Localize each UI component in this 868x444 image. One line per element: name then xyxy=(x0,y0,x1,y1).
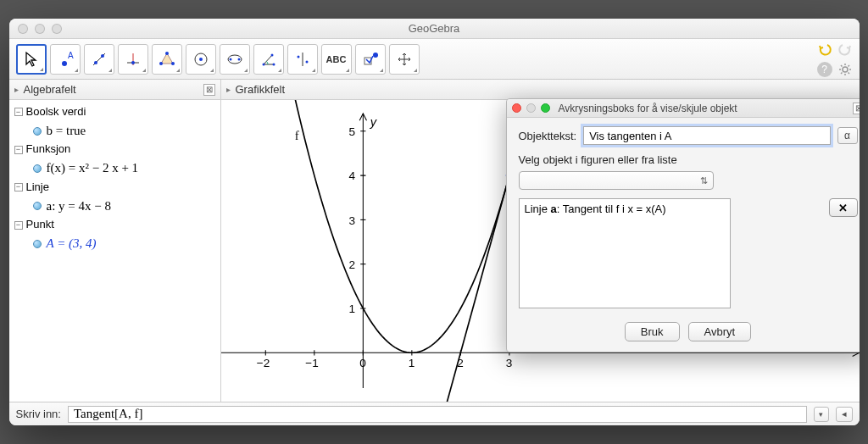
algebra-category[interactable]: −Boolsk verdi xyxy=(14,103,215,121)
graphics-title: Grafikkfelt xyxy=(236,83,286,96)
svg-point-7 xyxy=(131,61,135,64)
collapse-icon: ▸ xyxy=(14,85,19,94)
point-icon: A xyxy=(57,51,74,68)
tool-move[interactable] xyxy=(16,44,47,75)
tool-perpendicular[interactable] xyxy=(118,44,148,75)
dialog-minimize[interactable] xyxy=(526,103,536,113)
object-select[interactable]: ⇅ xyxy=(519,171,714,190)
toolbar: A ABC xyxy=(9,39,860,80)
angle-icon xyxy=(260,51,277,68)
collapse-icon: ▸ xyxy=(226,85,231,94)
algebra-item[interactable]: b = true xyxy=(14,121,215,142)
dialog-title-text: Avkrysningsboks for å vise/skjule objekt xyxy=(559,103,737,114)
svg-point-3 xyxy=(94,61,97,64)
line-icon xyxy=(91,51,108,68)
dialog-close-x[interactable]: ⊠ xyxy=(853,103,860,114)
graphics-header[interactable]: ▸ Grafikkfelt xyxy=(221,80,860,100)
dialog-close[interactable] xyxy=(512,103,521,113)
tool-reflect[interactable] xyxy=(287,44,318,75)
svg-text:−1: −1 xyxy=(305,357,318,369)
svg-text:0: 0 xyxy=(359,357,366,369)
svg-line-30 xyxy=(841,65,843,67)
svg-point-11 xyxy=(159,62,163,65)
input-bar: Skriv inn: ▾ ◂ xyxy=(9,402,860,425)
object-list[interactable]: Linje a: Tangent til f i x = x(A) xyxy=(519,198,731,308)
select-label: Velg objekt i figuren eller fra liste xyxy=(519,153,858,166)
input-history[interactable]: ▾ xyxy=(814,407,829,422)
algebra-title: Algebrafelt xyxy=(24,83,76,96)
svg-text:3: 3 xyxy=(348,214,355,227)
settings-icon[interactable] xyxy=(837,62,853,77)
slider-icon xyxy=(362,51,379,68)
algebra-header[interactable]: ▸ Algebrafelt ⊠ xyxy=(9,80,220,100)
app-window: GeoGebra A xyxy=(9,19,860,425)
tool-line[interactable] xyxy=(84,44,114,75)
svg-line-32 xyxy=(841,72,843,74)
svg-line-33 xyxy=(848,65,849,67)
cursor-icon xyxy=(23,51,40,68)
svg-text:−2: −2 xyxy=(256,357,269,369)
traffic-close[interactable] xyxy=(18,24,28,34)
svg-text:A: A xyxy=(68,51,74,60)
svg-point-4 xyxy=(101,54,104,58)
input-label: Skriv inn: xyxy=(16,408,61,420)
traffic-zoom[interactable] xyxy=(52,24,62,34)
help-icon[interactable]: ? xyxy=(817,62,832,77)
svg-line-31 xyxy=(848,72,849,74)
reflect-icon xyxy=(294,51,311,68)
input-help[interactable]: ◂ xyxy=(836,407,853,422)
algebra-item[interactable]: f(x) = x² − 2 x + 1 xyxy=(14,158,215,179)
svg-text:y: y xyxy=(369,115,377,129)
tool-angle[interactable] xyxy=(253,44,284,75)
svg-text:f: f xyxy=(294,129,298,142)
tool-ellipse[interactable] xyxy=(220,44,250,75)
dialog-titlebar[interactable]: Avkrysningsboks for å vise/skjule objekt… xyxy=(507,99,860,118)
remove-button[interactable]: ✕ xyxy=(829,198,858,217)
redo-icon[interactable] xyxy=(837,42,853,57)
tool-point[interactable]: A xyxy=(50,44,81,75)
algebra-list: −Boolsk verdib = true−Funksjonf(x) = x² … xyxy=(9,100,220,258)
svg-point-19 xyxy=(270,53,273,56)
dialog-zoom[interactable] xyxy=(541,103,550,113)
svg-point-0 xyxy=(62,61,67,66)
circle-icon xyxy=(192,51,209,68)
checkbox-dialog: Avkrysningsboks for å vise/skjule objekt… xyxy=(506,98,860,352)
tool-move-view[interactable] xyxy=(389,44,420,75)
close-algebra[interactable]: ⊠ xyxy=(203,84,215,96)
traffic-minimize[interactable] xyxy=(35,24,45,34)
command-input[interactable] xyxy=(68,406,807,423)
algebra-category[interactable]: −Funksjon xyxy=(14,141,215,158)
perpendicular-icon xyxy=(125,51,142,68)
algebra-panel: ▸ Algebrafelt ⊠ −Boolsk verdib = true−Fu… xyxy=(9,80,221,402)
polygon-icon xyxy=(159,51,175,68)
svg-point-21 xyxy=(297,55,299,58)
alpha-button[interactable]: α xyxy=(837,127,858,144)
algebra-category[interactable]: −Linje xyxy=(14,179,215,197)
tool-circle[interactable] xyxy=(186,44,216,75)
svg-point-18 xyxy=(272,63,275,65)
undo-icon[interactable] xyxy=(817,42,832,57)
algebra-item[interactable]: A = (3, 4) xyxy=(14,234,215,254)
svg-text:4: 4 xyxy=(348,169,355,182)
svg-text:2: 2 xyxy=(348,258,355,271)
cancel-button[interactable]: Avbryt xyxy=(688,322,752,341)
svg-text:1: 1 xyxy=(348,302,355,315)
algebra-item[interactable]: a: y = 4x − 8 xyxy=(14,197,215,217)
svg-text:1: 1 xyxy=(408,357,415,369)
list-item[interactable]: Linje a: Tangent til f i x = x(A) xyxy=(525,203,725,215)
svg-point-15 xyxy=(229,58,231,60)
apply-button[interactable]: Bruk xyxy=(625,322,680,341)
svg-point-9 xyxy=(165,52,169,55)
svg-point-13 xyxy=(199,58,203,61)
svg-text:5: 5 xyxy=(348,125,355,138)
abc-icon: ABC xyxy=(326,54,347,64)
tool-text[interactable]: ABC xyxy=(321,44,352,75)
algebra-category[interactable]: −Punkt xyxy=(14,216,215,234)
caption-input[interactable] xyxy=(583,126,830,145)
tool-polygon[interactable] xyxy=(152,44,182,75)
tool-slider[interactable] xyxy=(355,44,386,75)
svg-point-24 xyxy=(373,53,378,58)
move-view-icon xyxy=(396,51,413,68)
titlebar: GeoGebra xyxy=(9,19,860,39)
svg-point-25 xyxy=(843,67,848,72)
